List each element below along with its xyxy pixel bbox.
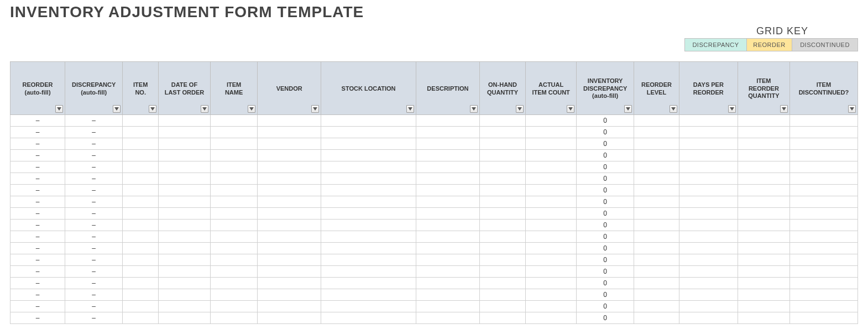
- cell-stock_loc[interactable]: [321, 266, 416, 278]
- column-header-actual[interactable]: ACTUALITEM COUNT: [526, 62, 577, 115]
- cell-disc_auto[interactable]: –: [65, 243, 123, 254]
- cell-item_no[interactable]: [123, 278, 159, 289]
- cell-reorder_level[interactable]: [634, 301, 679, 312]
- cell-actual[interactable]: [526, 127, 577, 138]
- cell-reorder_qty[interactable]: [738, 161, 789, 173]
- cell-inv_disc[interactable]: 0: [577, 138, 634, 150]
- cell-date_last[interactable]: [159, 312, 211, 324]
- cell-inv_disc[interactable]: 0: [577, 278, 634, 289]
- cell-item_name[interactable]: [210, 150, 258, 161]
- cell-vendor[interactable]: [258, 196, 321, 208]
- cell-reorder_level[interactable]: [634, 220, 679, 231]
- cell-item_name[interactable]: [210, 254, 258, 266]
- filter-dropdown-icon[interactable]: [470, 105, 478, 113]
- cell-item_no[interactable]: [123, 127, 159, 138]
- cell-inv_disc[interactable]: 0: [577, 312, 634, 324]
- cell-disc_auto[interactable]: –: [65, 127, 123, 138]
- cell-item_no[interactable]: [123, 254, 159, 266]
- cell-onhand[interactable]: [479, 289, 525, 301]
- cell-onhand[interactable]: [479, 220, 525, 231]
- cell-date_last[interactable]: [159, 150, 211, 161]
- cell-discontinued[interactable]: [789, 266, 857, 278]
- cell-actual[interactable]: [526, 173, 577, 185]
- cell-reorder_qty[interactable]: [738, 115, 789, 127]
- cell-days_reorder[interactable]: [679, 312, 738, 324]
- cell-stock_loc[interactable]: [321, 231, 416, 243]
- cell-reorder_auto[interactable]: –: [11, 266, 65, 278]
- cell-reorder_level[interactable]: [634, 231, 679, 243]
- cell-item_no[interactable]: [123, 185, 159, 196]
- cell-item_name[interactable]: [210, 115, 258, 127]
- cell-disc_auto[interactable]: –: [65, 231, 123, 243]
- cell-description[interactable]: [416, 231, 480, 243]
- cell-reorder_level[interactable]: [634, 278, 679, 289]
- cell-reorder_auto[interactable]: –: [11, 138, 65, 150]
- cell-reorder_level[interactable]: [634, 138, 679, 150]
- cell-days_reorder[interactable]: [679, 231, 738, 243]
- cell-description[interactable]: [416, 138, 480, 150]
- cell-discontinued[interactable]: [789, 301, 857, 312]
- cell-item_name[interactable]: [210, 138, 258, 150]
- cell-reorder_auto[interactable]: –: [11, 243, 65, 254]
- cell-actual[interactable]: [526, 220, 577, 231]
- cell-days_reorder[interactable]: [679, 196, 738, 208]
- cell-reorder_level[interactable]: [634, 243, 679, 254]
- cell-actual[interactable]: [526, 278, 577, 289]
- cell-reorder_level[interactable]: [634, 196, 679, 208]
- column-header-onhand[interactable]: ON-HANDQUANTITY: [479, 62, 525, 115]
- cell-description[interactable]: [416, 266, 480, 278]
- cell-discontinued[interactable]: [789, 289, 857, 301]
- cell-reorder_level[interactable]: [634, 289, 679, 301]
- cell-vendor[interactable]: [258, 312, 321, 324]
- cell-reorder_auto[interactable]: –: [11, 173, 65, 185]
- cell-disc_auto[interactable]: –: [65, 115, 123, 127]
- cell-item_name[interactable]: [210, 266, 258, 278]
- cell-inv_disc[interactable]: 0: [577, 161, 634, 173]
- cell-stock_loc[interactable]: [321, 115, 416, 127]
- cell-vendor[interactable]: [258, 127, 321, 138]
- cell-inv_disc[interactable]: 0: [577, 150, 634, 161]
- cell-item_name[interactable]: [210, 231, 258, 243]
- cell-date_last[interactable]: [159, 289, 211, 301]
- cell-item_name[interactable]: [210, 127, 258, 138]
- cell-vendor[interactable]: [258, 185, 321, 196]
- cell-disc_auto[interactable]: –: [65, 312, 123, 324]
- cell-item_no[interactable]: [123, 220, 159, 231]
- cell-onhand[interactable]: [479, 312, 525, 324]
- cell-inv_disc[interactable]: 0: [577, 196, 634, 208]
- cell-date_last[interactable]: [159, 161, 211, 173]
- cell-description[interactable]: [416, 243, 480, 254]
- column-header-description[interactable]: DESCRIPTION: [416, 62, 480, 115]
- cell-vendor[interactable]: [258, 231, 321, 243]
- column-header-item_name[interactable]: ITEMNAME: [210, 62, 258, 115]
- cell-actual[interactable]: [526, 301, 577, 312]
- filter-dropdown-icon[interactable]: [728, 105, 736, 113]
- cell-stock_loc[interactable]: [321, 161, 416, 173]
- cell-reorder_auto[interactable]: –: [11, 196, 65, 208]
- cell-reorder_level[interactable]: [634, 115, 679, 127]
- cell-reorder_qty[interactable]: [738, 289, 789, 301]
- cell-item_no[interactable]: [123, 161, 159, 173]
- cell-reorder_auto[interactable]: –: [11, 208, 65, 220]
- cell-inv_disc[interactable]: 0: [577, 115, 634, 127]
- cell-item_no[interactable]: [123, 289, 159, 301]
- cell-reorder_qty[interactable]: [738, 266, 789, 278]
- cell-actual[interactable]: [526, 115, 577, 127]
- cell-reorder_qty[interactable]: [738, 278, 789, 289]
- cell-disc_auto[interactable]: –: [65, 208, 123, 220]
- cell-actual[interactable]: [526, 196, 577, 208]
- cell-vendor[interactable]: [258, 254, 321, 266]
- cell-date_last[interactable]: [159, 173, 211, 185]
- cell-date_last[interactable]: [159, 220, 211, 231]
- cell-stock_loc[interactable]: [321, 220, 416, 231]
- cell-actual[interactable]: [526, 312, 577, 324]
- cell-item_name[interactable]: [210, 185, 258, 196]
- cell-actual[interactable]: [526, 231, 577, 243]
- filter-dropdown-icon[interactable]: [406, 105, 414, 113]
- cell-actual[interactable]: [526, 243, 577, 254]
- column-header-discontinued[interactable]: ITEMDISCONTINUED?: [789, 62, 857, 115]
- cell-stock_loc[interactable]: [321, 254, 416, 266]
- cell-reorder_qty[interactable]: [738, 208, 789, 220]
- cell-discontinued[interactable]: [789, 115, 857, 127]
- cell-item_no[interactable]: [123, 208, 159, 220]
